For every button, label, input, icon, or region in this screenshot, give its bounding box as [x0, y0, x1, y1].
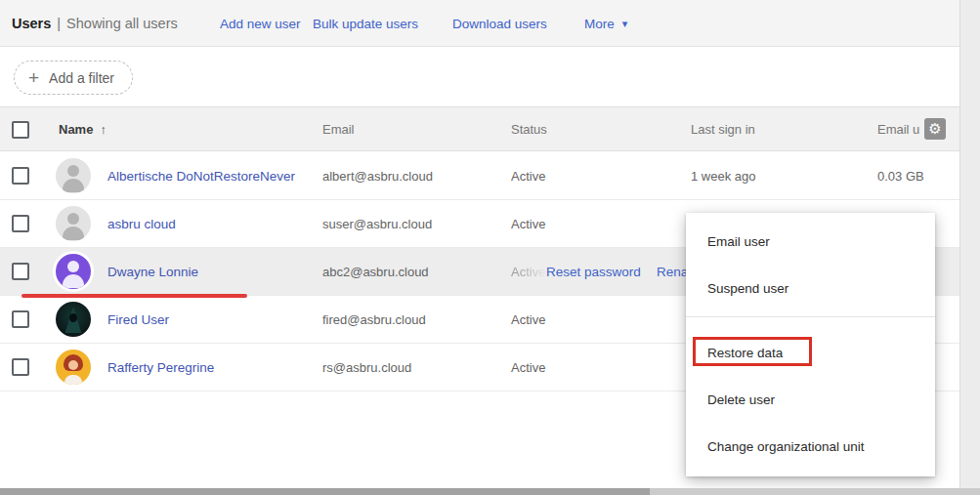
add-filter-button[interactable]: + Add a filter [14, 61, 133, 95]
user-status: Active [511, 152, 545, 199]
user-email: fired@asbru.cloud [322, 296, 426, 343]
user-email: suser@asbru.cloud [322, 200, 432, 247]
user-email: albert@asbru.cloud [322, 152, 433, 199]
title-separator: | [57, 16, 61, 31]
user-avatar-icon [56, 302, 91, 337]
chevron-down-icon: ▾ [622, 18, 628, 30]
row-checkbox[interactable] [12, 167, 29, 185]
user-name-link[interactable]: Fired User [107, 296, 169, 343]
user-name-link[interactable]: Rafferty Peregrine [107, 344, 214, 391]
filter-bar: + Add a filter [0, 48, 959, 106]
user-avatar-icon [56, 206, 91, 241]
column-header-email-usage[interactable]: Email u [877, 107, 919, 150]
page-title-subtitle: Showing all users [66, 16, 178, 31]
plus-icon: + [28, 68, 39, 87]
annotation-red-box [693, 337, 812, 366]
row-checkbox[interactable] [12, 215, 29, 232]
vertical-scrollbar-track[interactable] [959, 0, 980, 488]
row-checkbox[interactable] [12, 310, 29, 328]
user-name-link[interactable]: asbru cloud [107, 200, 176, 247]
menu-item-email-user[interactable]: Email user [686, 219, 935, 266]
select-all-checkbox[interactable] [12, 121, 29, 139]
menu-divider [686, 316, 935, 317]
user-name-link[interactable]: Dwayne Lonnie [107, 248, 198, 295]
name-header-label: Name [59, 122, 93, 137]
download-users-link[interactable]: Download users [452, 0, 547, 47]
column-header-status[interactable]: Status [511, 107, 547, 150]
reset-password-link[interactable]: Reset password [546, 248, 641, 295]
top-toolbar: Users | Showing all users Add new user B… [0, 0, 959, 47]
menu-item-change-organizational-unit[interactable]: Change organizational unit [686, 424, 935, 471]
page-title-main: Users [12, 16, 51, 31]
user-avatar-icon [56, 158, 91, 193]
user-status: Active [511, 296, 545, 343]
more-menu-button[interactable]: More ▾ [584, 0, 627, 47]
users-admin-page: Users | Showing all users Add new user B… [0, 0, 980, 495]
table-row: Albertische DoNotRestoreNever albert@asb… [0, 152, 959, 200]
user-status: Active [511, 200, 545, 247]
column-header-name[interactable]: Name ↑ [59, 107, 107, 150]
annotation-red-underline [21, 294, 247, 298]
table-header: Name ↑ Email Status Last sign in Email u [0, 106, 959, 151]
user-email: rs@asbru.cloud [322, 344, 411, 391]
row-checkbox[interactable] [12, 358, 29, 376]
user-avatar-icon [56, 350, 91, 385]
user-avatar-icon [53, 251, 94, 292]
add-filter-label: Add a filter [49, 70, 114, 86]
column-header-last-sign-in[interactable]: Last sign in [691, 107, 755, 150]
add-new-user-link[interactable]: Add new user [220, 0, 301, 47]
user-name-link[interactable]: Albertische DoNotRestoreNever [107, 152, 295, 199]
page-title: Users | Showing all users [12, 0, 178, 47]
user-last-sign-in: 1 week ago [691, 152, 756, 199]
more-label: More [584, 17, 615, 31]
horizontal-scrollbar-track[interactable] [0, 488, 980, 495]
user-email-usage: 0.03 GB [877, 152, 924, 199]
menu-item-delete-user[interactable]: Delete user [686, 377, 935, 424]
user-email: abc2@asbru.cloud [322, 248, 429, 295]
column-header-email[interactable]: Email [322, 107, 355, 150]
user-status: Active [511, 344, 545, 391]
sort-ascending-icon: ↑ [100, 122, 107, 137]
horizontal-scrollbar-thumb[interactable] [0, 488, 650, 495]
column-settings-gear-icon[interactable]: ⚙ [924, 118, 946, 140]
bulk-update-users-link[interactable]: Bulk update users [313, 0, 418, 47]
menu-item-suspend-user[interactable]: Suspend user [686, 266, 935, 312]
row-checkbox[interactable] [12, 263, 29, 280]
